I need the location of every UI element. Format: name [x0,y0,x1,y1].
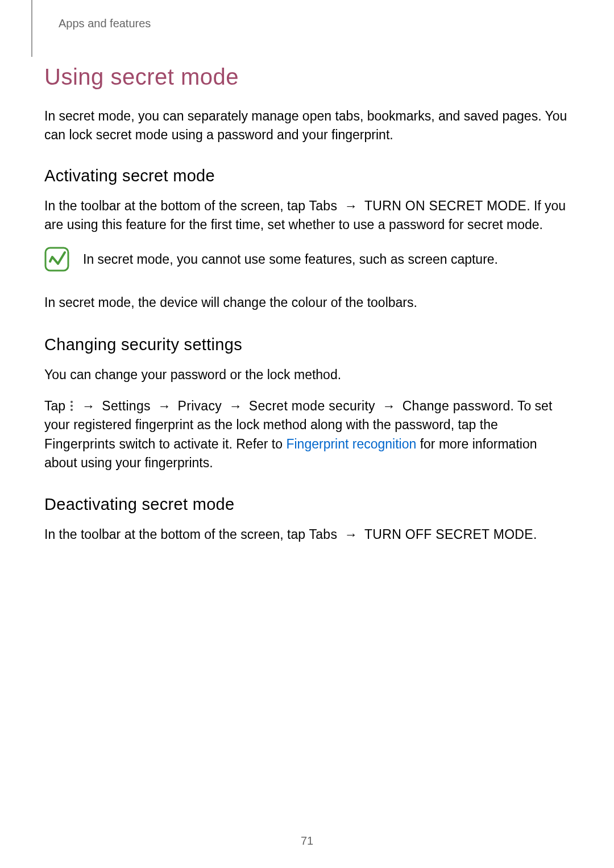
deactivating-instructions: In the toolbar at the bottom of the scre… [44,525,570,544]
activating-instructions: In the toolbar at the bottom of the scre… [44,197,570,235]
arrow-icon: → [74,398,102,413]
changing-intro: You can change your password or the lock… [44,366,570,384]
turn-off-secret-mode-label: TURN OFF SECRET MODE [364,527,533,542]
turn-on-secret-mode-label: TURN ON SECRET MODE [364,198,526,213]
page-number: 71 [0,834,614,848]
arrow-icon: → [337,198,364,213]
changing-steps: Tap → Settings → Privacy → Secret mode s… [44,397,570,472]
tabs-label: Tabs [309,198,337,213]
note-text: In secret mode, you cannot use some feat… [83,250,498,268]
fingerprints-label: Fingerprints [44,437,115,451]
text: switch to activate it. Refer to [115,437,286,451]
arrow-icon: → [222,398,249,413]
intro-paragraph: In secret mode, you can separately manag… [44,107,570,145]
page-title: Using secret mode [44,64,570,90]
settings-label: Settings [102,398,151,413]
arrow-icon: → [337,527,364,542]
change-password-label: Change password [403,398,511,413]
heading-activating: Activating secret mode [44,167,570,185]
more-options-icon [70,401,73,411]
section-deactivating: Deactivating secret mode In the toolbar … [44,495,570,544]
page-content: Apps and features Using secret mode In s… [0,0,614,545]
text: Tap [44,398,69,413]
tabs-label: Tabs [309,527,337,542]
section-activating: Activating secret mode In the toolbar at… [44,167,570,313]
section-changing: Changing security settings You can chang… [44,335,570,473]
fingerprint-recognition-link[interactable]: Fingerprint recognition [286,437,416,451]
privacy-label: Privacy [178,398,222,413]
text: In the toolbar at the bottom of the scre… [44,527,309,542]
arrow-icon: → [375,398,403,413]
text: . [533,527,537,542]
breadcrumb: Apps and features [59,17,570,30]
heading-changing: Changing security settings [44,335,570,354]
note-icon [44,247,69,272]
heading-deactivating: Deactivating secret mode [44,495,570,514]
page-border-marker [31,0,32,57]
text: In the toolbar at the bottom of the scre… [44,198,309,213]
secret-mode-security-label: Secret mode security [249,398,375,413]
note-box: In secret mode, you cannot use some feat… [44,247,570,272]
activating-color-note: In secret mode, the device will change t… [44,293,570,312]
arrow-icon: → [151,398,178,413]
